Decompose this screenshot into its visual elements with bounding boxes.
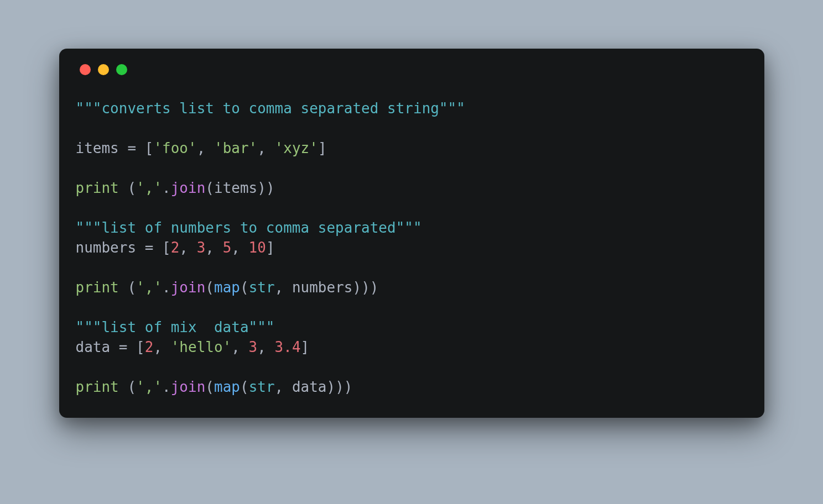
paren-close: ))	[257, 180, 274, 196]
print-keyword: print	[76, 379, 119, 395]
paren-close: )))	[352, 279, 378, 296]
string-literal: 'hello'	[171, 339, 232, 355]
string-literal: ','	[136, 379, 162, 395]
minimize-icon[interactable]	[98, 64, 109, 75]
number-literal: 3	[249, 339, 258, 355]
bracket-close: ]	[266, 239, 275, 256]
paren-close: )))	[327, 379, 353, 395]
string-literal: 'bar'	[214, 140, 257, 156]
paren-open: (	[119, 180, 136, 196]
equals-operator: =	[119, 140, 145, 156]
separator: ,	[197, 140, 214, 156]
paren-open: (	[240, 379, 249, 395]
separator: ,	[275, 379, 292, 395]
bracket-close: ]	[301, 339, 310, 355]
separator: ,	[179, 239, 196, 256]
bracket-close: ]	[318, 140, 327, 156]
separator: ,	[205, 239, 222, 256]
docstring: """list of numbers to comma separated"""	[76, 219, 422, 236]
separator: ,	[153, 339, 170, 355]
paren-open: (	[205, 379, 214, 395]
string-literal: ','	[136, 180, 162, 196]
identifier-numbers: numbers	[292, 279, 353, 296]
method-join: join	[171, 379, 206, 395]
docstring: """list of mix data"""	[76, 319, 275, 335]
method-join: join	[171, 279, 206, 296]
number-literal: 2	[171, 239, 180, 256]
number-literal: 3.4	[275, 339, 301, 355]
traffic-lights	[76, 64, 748, 75]
builtin-str: str	[249, 379, 275, 395]
identifier-data: data	[292, 379, 327, 395]
string-literal: 'xyz'	[275, 140, 318, 156]
separator: ,	[231, 339, 248, 355]
paren-open: (	[119, 279, 136, 296]
bracket-open: [	[136, 339, 145, 355]
dot-operator: .	[162, 279, 171, 296]
identifier-numbers: numbers	[76, 239, 137, 256]
paren-open: (	[240, 279, 249, 296]
paren-open: (	[205, 279, 214, 296]
identifier-items: items	[76, 140, 119, 156]
bracket-open: [	[145, 140, 154, 156]
identifier-items: items	[214, 180, 257, 196]
builtin-map: map	[214, 279, 240, 296]
paren-open: (	[205, 180, 214, 196]
equals-operator: =	[110, 339, 136, 355]
dot-operator: .	[162, 180, 171, 196]
code-content: """converts list to comma separated stri…	[76, 98, 748, 397]
builtin-str: str	[249, 279, 275, 296]
number-literal: 5	[223, 239, 232, 256]
dot-operator: .	[162, 379, 171, 395]
number-literal: 3	[197, 239, 206, 256]
equals-operator: =	[136, 239, 162, 256]
print-keyword: print	[76, 180, 119, 196]
number-literal: 2	[145, 339, 154, 355]
separator: ,	[257, 140, 274, 156]
separator: ,	[275, 279, 292, 296]
string-literal: ','	[136, 279, 162, 296]
number-literal: 10	[249, 239, 266, 256]
print-keyword: print	[76, 279, 119, 296]
paren-open: (	[119, 379, 136, 395]
string-literal: 'foo'	[153, 140, 196, 156]
identifier-data: data	[76, 339, 111, 355]
docstring: """converts list to comma separated stri…	[76, 100, 465, 117]
builtin-map: map	[214, 379, 240, 395]
code-window: """converts list to comma separated stri…	[59, 49, 764, 418]
maximize-icon[interactable]	[116, 64, 127, 75]
close-icon[interactable]	[80, 64, 91, 75]
separator: ,	[231, 239, 248, 256]
method-join: join	[171, 180, 206, 196]
bracket-open: [	[162, 239, 171, 256]
separator: ,	[257, 339, 274, 355]
